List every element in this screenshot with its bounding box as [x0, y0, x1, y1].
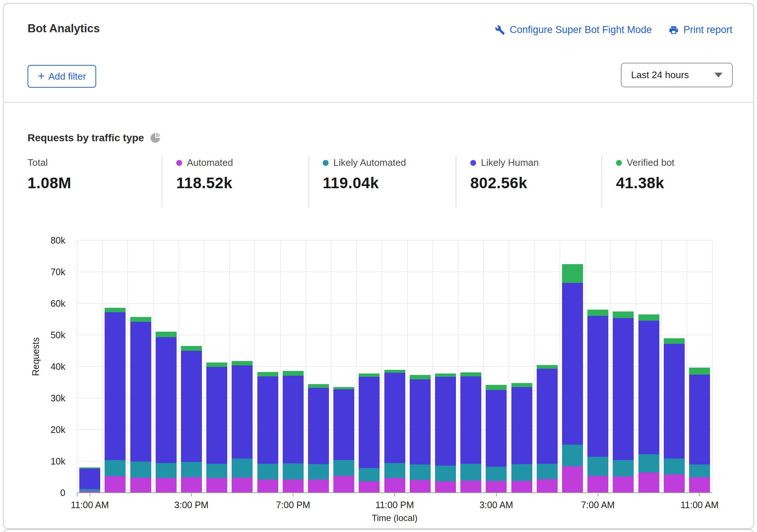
configure-super-bot-fight-mode-link[interactable]: Configure Super Bot Fight Mode	[495, 24, 652, 36]
x-tick-label: 11:00 AM	[657, 500, 742, 510]
bar-segment-likely-automated	[537, 464, 558, 479]
bar-segment-verified-bot	[359, 374, 380, 377]
plot-area	[77, 240, 712, 493]
axis-tick	[598, 493, 598, 496]
y-tick-label: 20k	[21, 424, 65, 435]
bar-segment-likely-human	[232, 365, 253, 459]
print-report-link[interactable]: Print report	[669, 24, 732, 36]
x-tick-label: 7:00 AM	[556, 500, 640, 510]
bar-segment-likely-human	[435, 377, 456, 466]
axis-tick	[496, 493, 497, 496]
printer-icon	[669, 25, 679, 35]
axis-tick	[191, 493, 192, 496]
bar-segment-automated	[105, 476, 126, 493]
bar-segment-verified-bot	[664, 338, 685, 344]
chart-bar[interactable]	[664, 338, 685, 493]
bar-segment-automated	[206, 478, 227, 493]
bar-segment-automated	[689, 477, 710, 493]
legend-dot-icon	[470, 160, 476, 166]
bar-segment-automated	[613, 477, 634, 493]
stat-likely-automated: Likely Automated119.04k	[323, 157, 406, 192]
chart-bar[interactable]	[460, 372, 481, 493]
bar-segment-likely-human	[384, 373, 405, 463]
bar-segment-likely-automated	[587, 457, 608, 476]
time-range-select[interactable]: Last 24 hours	[621, 63, 733, 87]
chart-bar[interactable]	[156, 332, 177, 493]
bar-segment-likely-automated	[130, 462, 151, 478]
axis-tick	[293, 493, 293, 496]
bar-segment-likely-human	[283, 376, 304, 463]
x-tick-label: 7:00 PM	[251, 500, 335, 510]
bar-segment-likely-human	[638, 321, 659, 454]
bar-segment-likely-automated	[359, 468, 380, 481]
bot-analytics-page: Bot Analytics Configure Super Bot Fight …	[0, 0, 757, 532]
bar-segment-verified-bot	[206, 362, 227, 367]
chart-bar[interactable]	[410, 375, 431, 493]
chart-bar[interactable]	[283, 371, 304, 493]
bar-segment-likely-automated	[410, 464, 431, 480]
bar-segment-likely-automated	[257, 464, 278, 480]
bar-segment-automated	[232, 478, 253, 493]
chart-bar[interactable]	[587, 310, 608, 493]
gridline-horizontal	[77, 303, 712, 304]
chart-bar[interactable]	[384, 370, 405, 493]
chart-bar[interactable]	[308, 384, 329, 493]
bar-segment-likely-automated	[562, 445, 583, 466]
y-tick-label: 80k	[21, 235, 65, 246]
chart-bar[interactable]	[689, 368, 710, 493]
chart-bar[interactable]	[206, 362, 227, 493]
bar-segment-automated	[333, 476, 354, 493]
stat-likely-human: Likely Human802.56k	[470, 157, 539, 192]
bar-segment-verified-bot	[638, 314, 659, 321]
chart-bar[interactable]	[511, 383, 532, 493]
bar-segment-likely-automated	[384, 463, 405, 478]
stat-label: Likely Automated	[333, 157, 406, 168]
bar-segment-likely-human	[689, 375, 710, 464]
chart-bar[interactable]	[181, 346, 202, 493]
chart-bar[interactable]	[333, 387, 354, 493]
bar-segment-likely-automated	[333, 460, 354, 476]
add-filter-button[interactable]: + Add filter	[28, 65, 96, 88]
bar-segment-likely-automated	[689, 464, 710, 477]
bar-segment-verified-bot	[460, 372, 481, 376]
chart-bar[interactable]	[105, 308, 126, 493]
chart-bar[interactable]	[638, 314, 659, 493]
chart-bar[interactable]	[537, 365, 558, 493]
y-tick-label: 30k	[21, 393, 65, 404]
stat-automated: Automated118.52k	[176, 157, 233, 192]
bar-segment-likely-human	[206, 367, 227, 464]
axis-tick	[77, 493, 77, 496]
bar-segment-verified-bot	[562, 264, 583, 283]
chart-bar[interactable]	[435, 374, 456, 493]
chart-bar[interactable]	[130, 317, 151, 493]
stat-value: 802.56k	[470, 174, 539, 192]
bar-segment-verified-bot	[79, 467, 100, 469]
chart-bar[interactable]	[486, 385, 507, 493]
bar-segment-automated	[511, 481, 532, 493]
stat-value: 1.08M	[28, 174, 71, 192]
bar-segment-likely-human	[333, 389, 354, 460]
stat-label: Likely Human	[481, 157, 539, 168]
bar-segment-verified-bot	[384, 370, 405, 373]
bar-segment-likely-automated	[206, 464, 227, 478]
chart-bar[interactable]	[257, 372, 278, 493]
bar-segment-likely-human	[410, 379, 431, 464]
bar-segment-verified-bot	[283, 371, 304, 376]
bar-segment-likely-human	[486, 390, 507, 467]
bar-segment-likely-automated	[79, 489, 100, 491]
chart-bar[interactable]	[79, 467, 100, 493]
bar-segment-likely-automated	[511, 464, 532, 481]
plus-icon: +	[38, 70, 45, 82]
bar-segment-verified-bot	[232, 361, 253, 366]
bar-segment-automated	[156, 478, 177, 493]
x-axis-title: Time (local)	[77, 513, 712, 523]
chart-bar[interactable]	[613, 311, 634, 493]
bar-segment-verified-bot	[156, 332, 177, 338]
chart-bar[interactable]	[359, 374, 380, 493]
chart-bar[interactable]	[232, 361, 253, 493]
stat-value: 41.38k	[616, 174, 674, 192]
chart-bar[interactable]	[562, 264, 583, 493]
bar-segment-likely-human	[308, 388, 329, 464]
y-tick-label: 70k	[21, 266, 65, 277]
bar-segment-verified-bot	[511, 383, 532, 387]
